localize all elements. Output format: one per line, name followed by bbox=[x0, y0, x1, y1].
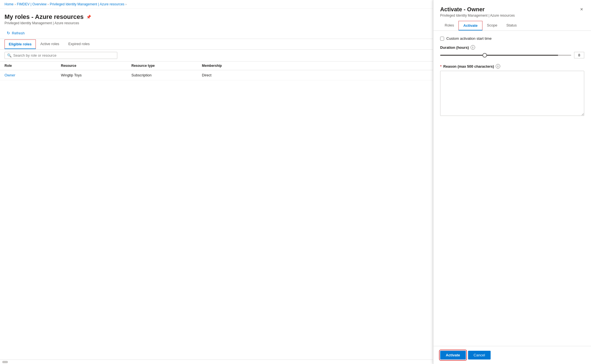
panel-footer: Activate Cancel bbox=[433, 346, 591, 364]
activate-button[interactable]: Activate bbox=[440, 351, 466, 359]
col-resource-type: Resource type bbox=[131, 64, 202, 68]
custom-activation-row: Custom activation start time bbox=[440, 36, 584, 41]
search-icon: 🔍 bbox=[7, 53, 12, 58]
cancel-button[interactable]: Cancel bbox=[468, 351, 491, 359]
table-header: Role Resource Resource type Membership bbox=[0, 61, 433, 70]
refresh-label: Refresh bbox=[12, 31, 25, 35]
custom-activation-label: Custom activation start time bbox=[446, 36, 491, 41]
panel-body: Custom activation start time Duration (h… bbox=[433, 31, 591, 346]
reason-textarea[interactable] bbox=[440, 71, 584, 116]
panel-header: Activate - Owner × Privileged Identity M… bbox=[433, 0, 591, 31]
breadcrumb-sep-2: › bbox=[48, 3, 49, 6]
reason-section: * Reason (max 500 characters) i bbox=[440, 64, 584, 117]
search-bar: 🔍 bbox=[0, 50, 433, 61]
table-row: Owner Wingtip Toys Subscription Direct bbox=[0, 70, 433, 80]
breadcrumb: Home › FIMDEV | Overview › Privileged Id… bbox=[0, 0, 433, 9]
panel-subtitle: Privileged Identity Management | Azure r… bbox=[440, 14, 584, 17]
col-resource: Resource bbox=[61, 64, 131, 68]
duration-section: Duration (hours) i 8 bbox=[440, 45, 584, 58]
breadcrumb-home[interactable]: Home bbox=[5, 2, 14, 6]
refresh-button[interactable]: ↻ Refresh bbox=[5, 30, 27, 36]
page-title: My roles - Azure resources bbox=[5, 13, 83, 21]
pin-icon[interactable]: 📌 bbox=[86, 15, 91, 19]
breadcrumb-sep-3: › bbox=[125, 3, 127, 6]
reason-info-icon[interactable]: i bbox=[496, 64, 500, 69]
tab-bar: Eligible roles Active roles Expired role… bbox=[0, 39, 433, 50]
breadcrumb-pim[interactable]: Privileged Identity Management | Azure r… bbox=[50, 2, 125, 6]
search-input-wrapper: 🔍 bbox=[5, 52, 117, 59]
tab-eligible-roles[interactable]: Eligible roles bbox=[5, 39, 36, 49]
search-input[interactable] bbox=[13, 53, 115, 58]
duration-slider[interactable] bbox=[440, 55, 571, 56]
tab-active-roles[interactable]: Active roles bbox=[36, 39, 64, 49]
duration-value: 8 bbox=[574, 52, 584, 58]
panel-tab-roles[interactable]: Roles bbox=[440, 21, 458, 30]
horizontal-scrollbar[interactable] bbox=[2, 361, 8, 363]
left-panel: Home › FIMDEV | Overview › Privileged Id… bbox=[0, 0, 433, 364]
cell-role: Owner bbox=[5, 73, 61, 77]
refresh-icon: ↻ bbox=[7, 31, 10, 35]
page-subtitle: Privileged Identity Management | Azure r… bbox=[5, 21, 428, 25]
empty-area bbox=[0, 80, 433, 359]
col-extra bbox=[258, 64, 428, 68]
page-header: My roles - Azure resources 📌 Privileged … bbox=[0, 9, 433, 27]
col-membership: Membership bbox=[202, 64, 258, 68]
duration-info-icon[interactable]: i bbox=[471, 45, 475, 50]
close-button[interactable]: × bbox=[579, 6, 584, 13]
breadcrumb-sep-1: › bbox=[15, 3, 16, 6]
slider-row: 8 bbox=[440, 52, 584, 58]
cell-membership: Direct bbox=[202, 73, 258, 77]
required-star: * bbox=[440, 64, 442, 69]
panel-tab-scope[interactable]: Scope bbox=[482, 21, 502, 30]
toolbar: ↻ Refresh bbox=[0, 27, 433, 39]
col-role: Role bbox=[5, 64, 61, 68]
panel-tab-bar: Roles Activate Scope Status bbox=[440, 21, 584, 30]
breadcrumb-fimdev[interactable]: FIMDEV | Overview bbox=[17, 2, 47, 6]
panel-title: Activate - Owner bbox=[440, 6, 485, 13]
role-link[interactable]: Owner bbox=[5, 73, 15, 77]
duration-label: Duration (hours) i bbox=[440, 45, 584, 50]
panel-tab-activate[interactable]: Activate bbox=[458, 21, 482, 30]
right-panel: Activate - Owner × Privileged Identity M… bbox=[433, 0, 591, 364]
tab-expired-roles[interactable]: Expired roles bbox=[64, 39, 94, 49]
custom-activation-checkbox[interactable] bbox=[440, 37, 444, 41]
reason-label: * Reason (max 500 characters) i bbox=[440, 64, 584, 69]
cell-resource-type: Subscription bbox=[131, 73, 202, 77]
panel-tab-status[interactable]: Status bbox=[502, 21, 521, 30]
cell-resource: Wingtip Toys bbox=[61, 73, 131, 77]
